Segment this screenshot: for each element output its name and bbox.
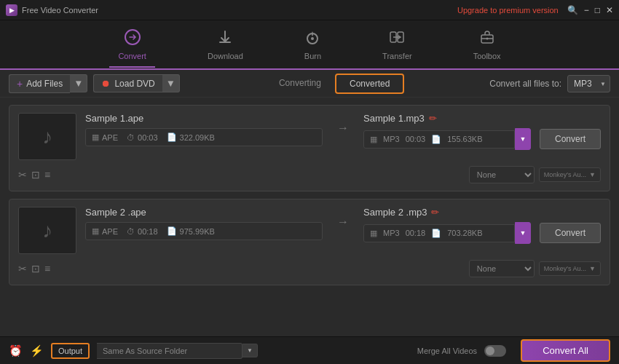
load-dvd-button[interactable]: ⏺ Load DVD — [93, 74, 162, 92]
add-files-button[interactable]: + Add Files — [9, 74, 70, 93]
file-1-source-info: ▦ APE ⏱ 00:03 📄 322.09KB — [85, 128, 323, 146]
file-1-audio-dropdown[interactable]: Monkey's Au... ▼ — [539, 167, 601, 182]
convert-nav-icon — [125, 29, 141, 49]
file-1-edit-icon[interactable]: ✏ — [429, 113, 437, 124]
file-2-size: 975.99KB — [180, 227, 215, 236]
file-1-info-right: Sample 1.mp3 ✏ ▦ MP3 00:03 📄 155.63KB ▼ — [363, 113, 601, 150]
title-controls: 🔍 − □ ✕ — [567, 5, 613, 15]
file-2-target-size: 703.28KB — [447, 229, 482, 237]
file-2-output-name: Sample 2 .mp3 — [363, 207, 427, 218]
schedule-icon[interactable]: ⏰ — [9, 344, 23, 357]
file-2-source-size: 📄 975.99KB — [167, 226, 215, 236]
music-icon-1: ♪ — [42, 125, 52, 149]
trim-icon-1[interactable]: ✂ — [18, 169, 27, 181]
file-icon-2: 📄 — [167, 226, 177, 236]
file-2-duration: 00:18 — [138, 227, 158, 236]
file-1-effect-select[interactable]: None — [469, 166, 535, 183]
download-nav-label: Download — [208, 52, 243, 60]
file-1-target-dropdown[interactable]: ▼ — [515, 128, 531, 150]
output-label[interactable]: Output — [51, 343, 90, 359]
file-2-audio-label: Monkey's Au... — [544, 265, 586, 272]
file-1-source-label: ▦ APE — [92, 132, 118, 142]
crop-icon-1[interactable]: ⊡ — [31, 169, 40, 181]
tab-converted[interactable]: Converted — [335, 74, 404, 94]
plus-icon: + — [17, 78, 23, 90]
clock-icon-2: ⏱ — [127, 227, 135, 236]
output-path-wrapper: Same As Source Folder Custom Folder ▼ — [97, 343, 258, 359]
file-icon-1: 📄 — [167, 132, 177, 142]
nav-item-download[interactable]: Download — [199, 23, 252, 66]
file-2-info-left: Sample 2 .ape ▦ APE ⏱ 00:18 📄 975.99KB — [85, 207, 323, 240]
file-1-source-duration: ⏱ 00:03 — [127, 133, 158, 142]
file-2-audio-dropdown[interactable]: Monkey's Au... ▼ — [539, 261, 601, 276]
load-dvd-dropdown[interactable]: ▼ — [162, 74, 180, 92]
merge-toggle[interactable] — [484, 345, 506, 357]
nav-item-convert[interactable]: Convert — [109, 23, 155, 68]
music-icon-2: ♪ — [42, 219, 52, 242]
upgrade-link[interactable]: Upgrade to premium version — [457, 6, 559, 15]
minimize-icon[interactable]: − — [584, 5, 589, 15]
file-2-target-dropdown[interactable]: ▼ — [515, 222, 531, 244]
burn-nav-icon — [304, 29, 320, 49]
bottom-bar: ⏰ ⚡ Output Same As Source Folder Custom … — [0, 336, 619, 364]
file-2-tools: ✂ ⊡ ≡ — [18, 263, 113, 274]
svg-point-6 — [486, 37, 488, 39]
transfer-nav-label: Transfer — [382, 52, 412, 60]
search-icon[interactable]: 🔍 — [567, 5, 578, 15]
transfer-nav-icon — [389, 29, 405, 49]
file-card-2: ♪ Sample 2 .ape ▦ APE ⏱ 00:18 📄 975.99KB — [9, 199, 610, 285]
file-1-convert-button[interactable]: Convert — [540, 129, 601, 149]
nav-item-transfer[interactable]: Transfer — [374, 23, 421, 66]
output-path-select[interactable]: Same As Source Folder Custom Folder — [97, 343, 243, 359]
file-2-source-label: ▦ APE — [92, 226, 118, 236]
title-bar-left: ▶ Free Video Converter — [6, 4, 98, 16]
effects-icon-1[interactable]: ≡ — [44, 169, 50, 181]
tab-converting[interactable]: Converting — [265, 74, 335, 94]
file-2-target-row: ▦ MP3 00:18 📄 703.28KB ▼ Convert — [363, 222, 601, 244]
file-1-info-left: Sample 1.ape ▦ APE ⏱ 00:03 📄 322.09KB — [85, 113, 323, 146]
add-files-label: Add Files — [26, 79, 63, 89]
tab-group: Converting Converted — [265, 74, 404, 94]
output-path-arrow[interactable]: ▼ — [243, 344, 258, 357]
dvd-icon: ⏺ — [101, 78, 111, 89]
file-2-bottom-row: ✂ ⊡ ≡ None Monkey's Au... ▼ — [18, 260, 601, 277]
file-2-target-box-row: ▦ MP3 00:18 📄 703.28KB ▼ — [363, 222, 531, 244]
add-files-dropdown[interactable]: ▼ — [70, 74, 87, 92]
file-card-1: ♪ Sample 1.ape ▦ APE ⏱ 00:03 📄 322.09KB — [9, 105, 610, 191]
file-1-output-name-row: Sample 1.mp3 ✏ — [363, 113, 601, 124]
target-file-icon-2: 📄 — [431, 229, 441, 238]
file-2-edit-icon[interactable]: ✏ — [431, 207, 439, 218]
file-2-target-box: ▦ MP3 00:18 📄 703.28KB — [363, 224, 515, 242]
file-2-audio-arrow: ▼ — [589, 265, 596, 272]
file-1-bottom-row: ✂ ⊡ ≡ None Monkey's Au... ▼ — [18, 166, 601, 183]
maximize-icon[interactable]: □ — [595, 5, 600, 15]
nav-item-toolbox[interactable]: Toolbox — [465, 23, 510, 66]
clock-icon-1: ⏱ — [127, 133, 135, 142]
convert-all-button[interactable]: Convert All — [521, 339, 610, 362]
power-icon[interactable]: ⚡ — [30, 344, 44, 357]
format-select[interactable]: MP3 MP4 AVI MKV — [567, 75, 610, 92]
file-1-target-box-row: ▦ MP3 00:03 📄 155.63KB ▼ — [363, 128, 531, 150]
file-1-target-duration: 00:03 — [406, 135, 426, 143]
file-2-effect-select[interactable]: None — [469, 260, 535, 277]
file-2-target-format: MP3 — [383, 229, 400, 237]
file-2-target-duration: 00:18 — [406, 229, 426, 237]
file-2-convert-button[interactable]: Convert — [540, 223, 601, 243]
file-2-output-name-row: Sample 2 .mp3 ✏ — [363, 207, 601, 218]
nav-item-burn[interactable]: Burn — [296, 23, 330, 66]
close-icon[interactable]: ✕ — [606, 5, 613, 15]
effects-icon-2[interactable]: ≡ — [44, 263, 50, 274]
convert-all-to: Convert all files to: MP3 MP4 AVI MKV — [489, 75, 610, 92]
file-1-audio-arrow: ▼ — [589, 171, 596, 178]
file-1-audio-label: Monkey's Au... — [544, 171, 586, 178]
file-2-source-duration: ⏱ 00:18 — [127, 227, 158, 236]
file-2-source-info: ▦ APE ⏱ 00:18 📄 975.99KB — [85, 222, 323, 240]
content-area: ♪ Sample 1.ape ▦ APE ⏱ 00:03 📄 322.09KB — [0, 98, 619, 345]
file-1-target-format: MP3 — [383, 135, 400, 143]
trim-icon-2[interactable]: ✂ — [18, 263, 27, 274]
crop-icon-2[interactable]: ⊡ — [31, 263, 40, 274]
download-nav-icon — [217, 29, 233, 49]
add-files-group: + Add Files ▼ — [9, 74, 87, 93]
title-bar: ▶ Free Video Converter Upgrade to premiu… — [0, 0, 619, 20]
load-dvd-group: ⏺ Load DVD ▼ — [93, 74, 180, 92]
